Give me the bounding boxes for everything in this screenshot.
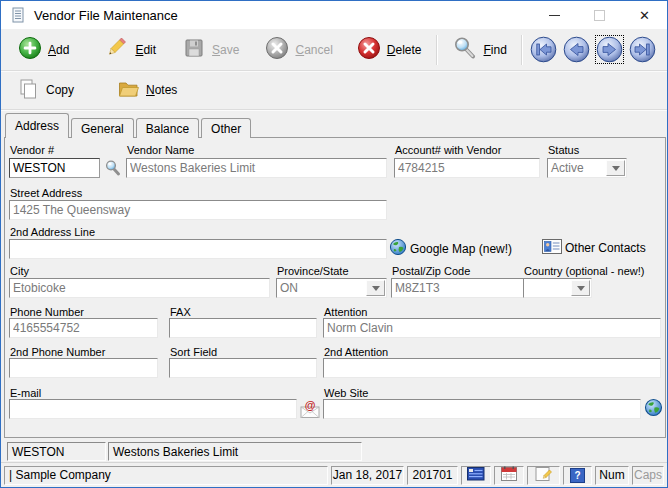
period-panel: 201701 (407, 466, 458, 485)
edit-note-panel[interactable] (527, 466, 560, 485)
tab-strip: Address General Balance Other (5, 113, 253, 138)
status-dropdown-button[interactable] (606, 160, 625, 176)
vendor-name-label: Vendor Name (127, 144, 194, 156)
globe-icon (389, 238, 407, 259)
status-label: Status (548, 144, 579, 156)
attention-input[interactable] (323, 318, 661, 338)
save-label: Save (212, 43, 239, 57)
province-label: Province/State (277, 265, 349, 277)
cancel-label: Cancel (295, 43, 332, 57)
window-controls: ✕ (532, 1, 667, 29)
help-icon: ? (570, 468, 585, 483)
next-record-button[interactable] (596, 36, 623, 63)
caps-lock-label: Caps (634, 468, 662, 482)
account-input[interactable] (394, 158, 540, 178)
website-globe-icon[interactable] (644, 398, 663, 417)
postal-input[interactable] (391, 278, 540, 298)
province-value: ON (280, 281, 298, 295)
find-button[interactable]: Find (445, 32, 514, 67)
delete-label: Delete (387, 43, 422, 57)
window-title: Vendor File Maintenance (34, 8, 178, 23)
calendar-icon (501, 466, 517, 484)
address2-input[interactable] (9, 239, 387, 259)
province-dropdown[interactable]: ON (276, 278, 387, 298)
company-data-panel[interactable] (461, 466, 491, 485)
last-record-button[interactable] (629, 36, 656, 63)
close-icon: ✕ (639, 8, 650, 23)
record-name-box: Westons Bakeries Limit (108, 442, 362, 461)
country-dropdown[interactable] (523, 278, 592, 298)
address2-label: 2nd Address Line (10, 226, 95, 238)
edit-note-icon (535, 466, 553, 485)
website-input[interactable] (323, 399, 641, 419)
attention2-input[interactable] (323, 358, 661, 378)
status-bar: | Sample Company Jan 18, 2017 201701 (1, 462, 667, 487)
caps-lock-indicator: Caps (632, 466, 664, 485)
status-dropdown[interactable]: Active (547, 158, 627, 178)
tab-other[interactable]: Other (201, 118, 251, 138)
edit-button[interactable]: Edit (98, 33, 163, 66)
google-map-label: Google Map (new!) (410, 242, 512, 256)
notes-label: Notes (146, 83, 177, 97)
add-button[interactable]: Add (11, 33, 76, 66)
email-envelope-icon[interactable]: @ (300, 399, 320, 419)
maximize-button (577, 1, 622, 29)
edit-label: Edit (135, 43, 156, 57)
fax-input[interactable] (169, 318, 317, 338)
cancel-button: Cancel (258, 33, 339, 66)
email-label: E-mail (10, 387, 41, 399)
chevron-down-icon (372, 286, 380, 291)
other-contacts-label: Other Contacts (565, 241, 646, 255)
phone-input[interactable] (9, 318, 158, 338)
record-code-box: WESTON (7, 442, 106, 461)
last-record-icon (629, 36, 656, 63)
city-input[interactable] (9, 278, 270, 298)
email-input[interactable] (9, 399, 297, 419)
phone2-input[interactable] (9, 358, 158, 378)
tab-balance[interactable]: Balance (136, 118, 199, 138)
vendor-name-input[interactable] (126, 158, 387, 178)
notes-button[interactable]: Notes (109, 74, 184, 107)
find-magnifier-icon (452, 35, 478, 64)
calendar-panel[interactable] (494, 466, 524, 485)
help-panel[interactable]: ? (563, 466, 592, 485)
next-record-icon (596, 36, 623, 63)
num-lock-indicator: Num (595, 466, 629, 485)
delete-button[interactable]: Delete (350, 33, 429, 66)
close-button[interactable]: ✕ (622, 1, 667, 29)
vendor-number-input[interactable] (9, 158, 100, 178)
svg-text:@: @ (305, 399, 316, 411)
fiscal-period: 201701 (412, 468, 452, 482)
minimize-button[interactable] (532, 1, 577, 29)
tab-general[interactable]: General (71, 118, 134, 138)
vendor-search-icon[interactable] (104, 159, 122, 177)
city-label: City (10, 265, 29, 277)
attention2-label: 2nd Attention (324, 346, 388, 358)
minimize-icon (549, 15, 560, 16)
first-record-button[interactable] (530, 36, 557, 63)
country-dropdown-button[interactable] (571, 280, 590, 296)
account-label: Account# with Vendor (395, 144, 501, 156)
tab-address[interactable]: Address (5, 113, 69, 138)
chevron-down-icon (577, 286, 585, 291)
phone2-label: 2nd Phone Number (10, 346, 105, 358)
find-label: Find (484, 43, 507, 57)
add-icon (18, 36, 42, 63)
country-label: Country (optional - new!) (524, 265, 644, 277)
attention-label: Attention (324, 306, 367, 318)
street-input[interactable] (9, 200, 387, 220)
copy-button[interactable]: Copy (9, 74, 81, 107)
vendor-number-label: Vendor # (10, 144, 54, 156)
record-code: WESTON (12, 445, 64, 459)
save-floppy-icon (182, 36, 206, 63)
previous-record-button[interactable] (563, 36, 590, 63)
previous-record-icon (563, 36, 590, 63)
google-map-button[interactable]: Google Map (new!) (389, 238, 512, 259)
phone-label: Phone Number (10, 306, 84, 318)
other-contacts-button[interactable]: Other Contacts (542, 238, 646, 258)
sort-field-label: Sort Field (170, 346, 217, 358)
fax-label: FAX (170, 306, 191, 318)
sort-field-input[interactable] (169, 358, 317, 378)
province-dropdown-button[interactable] (366, 280, 385, 296)
toolbar-separator (436, 35, 438, 65)
